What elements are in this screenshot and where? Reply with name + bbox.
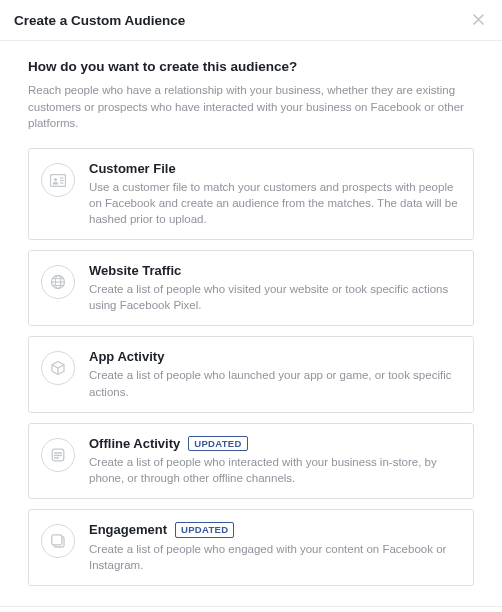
- option-desc: Create a list of people who visited your…: [89, 281, 459, 313]
- modal-header: Create a Custom Audience: [0, 0, 502, 41]
- option-body: Offline Activity UPDATED Create a list o…: [89, 436, 459, 487]
- option-title-text: Offline Activity: [89, 436, 180, 451]
- option-desc: Create a list of people who engaged with…: [89, 541, 459, 573]
- offline-icon: [41, 438, 75, 472]
- updated-badge: UPDATED: [188, 436, 247, 451]
- option-desc: Create a list of people who launched you…: [89, 367, 459, 399]
- modal-title: Create a Custom Audience: [14, 13, 185, 28]
- option-title-text: Customer File: [89, 161, 176, 176]
- option-title-text: Website Traffic: [89, 263, 181, 278]
- customer-file-icon: [41, 163, 75, 197]
- close-icon: [473, 11, 484, 28]
- package-icon: [41, 351, 75, 385]
- option-title-text: Engagement: [89, 522, 167, 537]
- svg-point-1: [54, 177, 57, 180]
- option-body: Customer File Use a customer file to mat…: [89, 161, 459, 227]
- option-body: Website Traffic Create a list of people …: [89, 263, 459, 313]
- option-app-activity[interactable]: App Activity Create a list of people who…: [28, 336, 474, 412]
- engagement-icon: [41, 524, 75, 558]
- option-body: App Activity Create a list of people who…: [89, 349, 459, 399]
- option-offline-activity[interactable]: Offline Activity UPDATED Create a list o…: [28, 423, 474, 500]
- question-subtext: Reach people who have a relationship wit…: [28, 82, 474, 132]
- option-desc: Create a list of people who interacted w…: [89, 454, 459, 486]
- globe-icon: [41, 265, 75, 299]
- modal-footer: This process is secure and the details a…: [0, 606, 502, 612]
- updated-badge: UPDATED: [175, 522, 234, 537]
- option-title-text: App Activity: [89, 349, 164, 364]
- option-customer-file[interactable]: Customer File Use a customer file to mat…: [28, 148, 474, 240]
- svg-rect-16: [52, 535, 62, 545]
- option-website-traffic[interactable]: Website Traffic Create a list of people …: [28, 250, 474, 326]
- option-desc: Use a customer file to match your custom…: [89, 179, 459, 227]
- question-heading: How do you want to create this audience?: [28, 59, 474, 74]
- option-engagement[interactable]: Engagement UPDATED Create a list of peop…: [28, 509, 474, 586]
- option-body: Engagement UPDATED Create a list of peop…: [89, 522, 459, 573]
- close-button[interactable]: [469, 10, 488, 30]
- modal-content: How do you want to create this audience?…: [0, 41, 502, 606]
